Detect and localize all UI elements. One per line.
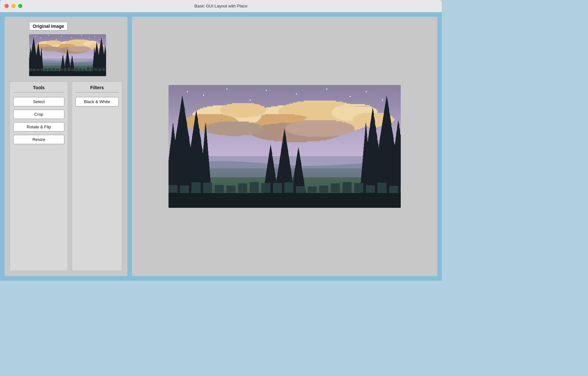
main-image-canvas [169,85,401,208]
maximize-button[interactable] [18,4,22,8]
original-image-label: Original Image [29,22,68,30]
close-button[interactable] [5,4,9,8]
right-panel [132,17,437,276]
tools-filters-row: Tools Select Crop Rotate & Flip Resize F… [10,81,122,271]
tools-panel: Tools Select Crop Rotate & Flip Resize [10,81,68,271]
window-controls [5,4,22,8]
window-title: Basic GUI Layout with Place [194,4,247,8]
thumbnail-canvas [29,34,106,76]
left-panel: Original Image Tools Select Crop Rotate … [5,17,127,276]
main-content: Original Image Tools Select Crop Rotate … [0,12,442,281]
original-image-section: Original Image [10,22,122,76]
thumbnail-container [29,34,106,76]
crop-button[interactable]: Crop [13,110,64,119]
filters-panel-header: Filters [75,85,119,92]
minimize-button[interactable] [11,4,16,8]
resize-button[interactable]: Resize [13,135,64,144]
rotate-flip-button[interactable]: Rotate & Flip [13,122,64,132]
filters-panel: Filters Black & White [72,81,122,271]
select-button[interactable]: Select [13,97,64,106]
titlebar: Basic GUI Layout with Place [0,0,442,12]
tools-panel-header: Tools [13,85,64,92]
black-white-button[interactable]: Black & White [75,97,119,106]
